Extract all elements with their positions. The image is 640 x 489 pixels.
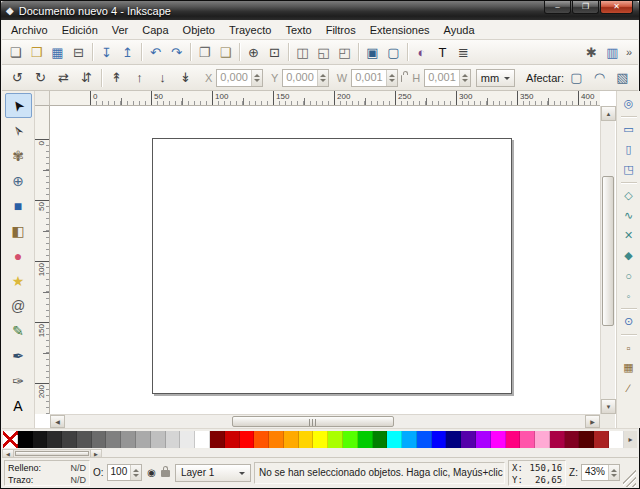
redo-icon[interactable]: ↷ — [166, 42, 187, 63]
transform-corners-icon[interactable]: ◠ — [588, 67, 611, 89]
vertical-scrollbar[interactable]: ▲ ▼ — [600, 106, 615, 414]
export-icon[interactable]: ↥ — [117, 42, 138, 63]
menu-objeto[interactable]: Objeto — [176, 21, 222, 39]
snap-bbox-icon[interactable]: ▭ — [619, 120, 639, 139]
zoom-tool[interactable]: ⊕ — [5, 168, 32, 193]
layer-dropdown[interactable]: Layer 1 — [175, 464, 251, 482]
menu-archivo[interactable]: Archivo — [4, 21, 55, 39]
tweak-tool[interactable]: ✾ — [5, 143, 32, 168]
x-field[interactable]: 0,000 — [216, 69, 263, 87]
print-icon[interactable]: ⊟ — [68, 42, 89, 63]
spin-arrows-icon[interactable] — [317, 70, 328, 86]
color-swatch[interactable] — [210, 431, 225, 448]
color-swatch[interactable] — [506, 431, 521, 448]
undo-icon[interactable]: ↶ — [145, 42, 166, 63]
selector-tool[interactable]: ➤ — [5, 93, 32, 118]
color-swatch[interactable] — [299, 431, 314, 448]
color-swatch[interactable] — [550, 431, 565, 448]
palette-scroll-right-arrow[interactable]: ▶ — [90, 450, 101, 457]
snap-bbox-corner-icon[interactable]: ◳ — [619, 160, 639, 179]
ungroup-icon[interactable]: ▢ — [383, 42, 404, 63]
color-swatch[interactable] — [195, 431, 210, 448]
color-swatch[interactable] — [47, 431, 62, 448]
spin-arrows-icon[interactable] — [386, 70, 397, 86]
snap-intersections-icon[interactable]: ✕ — [619, 226, 639, 245]
vertical-scrollbar-thumb[interactable] — [602, 176, 614, 326]
snap-smooth-nodes-icon[interactable]: ○ — [619, 266, 639, 285]
import-icon[interactable]: ↧ — [96, 42, 117, 63]
clone-icon[interactable]: ◱ — [313, 42, 334, 63]
ruler-corner[interactable] — [35, 91, 50, 106]
color-swatch[interactable] — [62, 431, 77, 448]
vertical-ruler[interactable]: 050100150200 — [35, 106, 50, 414]
color-swatch[interactable] — [535, 431, 550, 448]
node-tool[interactable]: ➢ — [5, 118, 32, 143]
snap-grid-icon[interactable]: ▦ — [619, 358, 639, 377]
transform-gradients-icon[interactable]: ▧ — [611, 67, 634, 89]
color-swatch[interactable] — [328, 431, 343, 448]
color-swatch[interactable] — [106, 431, 121, 448]
open-document-icon[interactable]: ❒ — [26, 42, 47, 63]
spin-arrows-icon[interactable] — [251, 70, 262, 86]
units-dropdown[interactable]: mm — [476, 69, 515, 87]
menu-texto[interactable]: Texto — [278, 21, 318, 39]
color-swatch[interactable] — [313, 431, 328, 448]
new-document-icon[interactable]: ❏ — [5, 42, 26, 63]
horizontal-scrollbar-thumb[interactable] — [232, 416, 394, 427]
color-swatch[interactable] — [166, 431, 181, 448]
fill-stroke-dialog-icon[interactable]: ◐ — [411, 42, 432, 63]
titlebar[interactable]: ◆ Documento nuevo 4 - Inkscape – ❐ ✕ — [1, 1, 639, 20]
rotate-ccw-icon[interactable]: ↺ — [6, 67, 29, 89]
toolbar-overflow-icon[interactable]: » — [623, 46, 635, 58]
raise-icon[interactable]: ↑ — [128, 67, 151, 89]
width-field[interactable]: 0,001 — [351, 69, 398, 87]
pencil-tool[interactable]: ✎ — [5, 318, 32, 343]
palette-scroll-right-icon[interactable]: ▸ — [624, 431, 637, 448]
color-swatch[interactable] — [77, 431, 92, 448]
color-swatch[interactable] — [417, 431, 432, 448]
spin-arrows-icon[interactable] — [459, 70, 470, 86]
group-icon[interactable]: ▣ — [362, 42, 383, 63]
canvas[interactable] — [50, 106, 600, 414]
page[interactable] — [152, 138, 512, 394]
color-swatch[interactable] — [358, 431, 373, 448]
menu-ayuda[interactable]: Ayuda — [437, 21, 482, 39]
color-swatch[interactable] — [565, 431, 580, 448]
spiral-tool[interactable]: @ — [5, 293, 32, 318]
color-swatch[interactable] — [609, 431, 624, 448]
spin-arrows-icon[interactable] — [608, 465, 619, 480]
color-swatch[interactable] — [240, 431, 255, 448]
snap-bbox-edge-icon[interactable]: ▯ — [619, 140, 639, 159]
raise-to-top-icon[interactable]: ↟ — [105, 67, 128, 89]
color-swatch[interactable] — [121, 431, 136, 448]
height-field[interactable]: 0,001 — [424, 69, 471, 87]
spin-arrows-icon[interactable] — [130, 465, 141, 480]
menu-ver[interactable]: Ver — [105, 21, 136, 39]
color-swatch[interactable] — [254, 431, 269, 448]
minimize-button[interactable]: – — [544, 1, 571, 14]
color-swatch[interactable] — [343, 431, 358, 448]
flip-vertical-icon[interactable]: ⇵ — [75, 67, 98, 89]
color-swatch[interactable] — [33, 431, 48, 448]
color-swatch[interactable] — [284, 431, 299, 448]
calligraphy-tool[interactable]: ✑ — [5, 368, 32, 393]
color-swatch[interactable] — [269, 431, 284, 448]
color-swatch[interactable] — [151, 431, 166, 448]
scroll-down-icon[interactable]: ▼ — [601, 399, 616, 414]
color-swatch[interactable] — [476, 431, 491, 448]
snap-paths-icon[interactable]: ∿ — [619, 206, 639, 225]
snap-guides-icon[interactable]: ∕ — [619, 378, 639, 397]
lower-icon[interactable]: ↓ — [151, 67, 174, 89]
rectangle-tool[interactable]: ■ — [5, 193, 32, 218]
preferences-icon[interactable]: ✱ — [581, 42, 602, 63]
align-dialog-icon[interactable]: ≣ — [453, 42, 474, 63]
lower-to-bottom-icon[interactable]: ↡ — [174, 67, 197, 89]
color-swatch[interactable] — [432, 431, 447, 448]
palette-scroll-left-arrow[interactable]: ◀ — [3, 450, 14, 457]
document-properties-icon[interactable]: ▥ — [602, 42, 623, 63]
close-button[interactable]: ✕ — [600, 1, 633, 14]
save-document-icon[interactable]: ▦ — [47, 42, 68, 63]
color-swatch[interactable] — [18, 431, 33, 448]
menu-trayecto[interactable]: Trayecto — [222, 21, 278, 39]
scroll-up-icon[interactable]: ▲ — [601, 106, 616, 121]
